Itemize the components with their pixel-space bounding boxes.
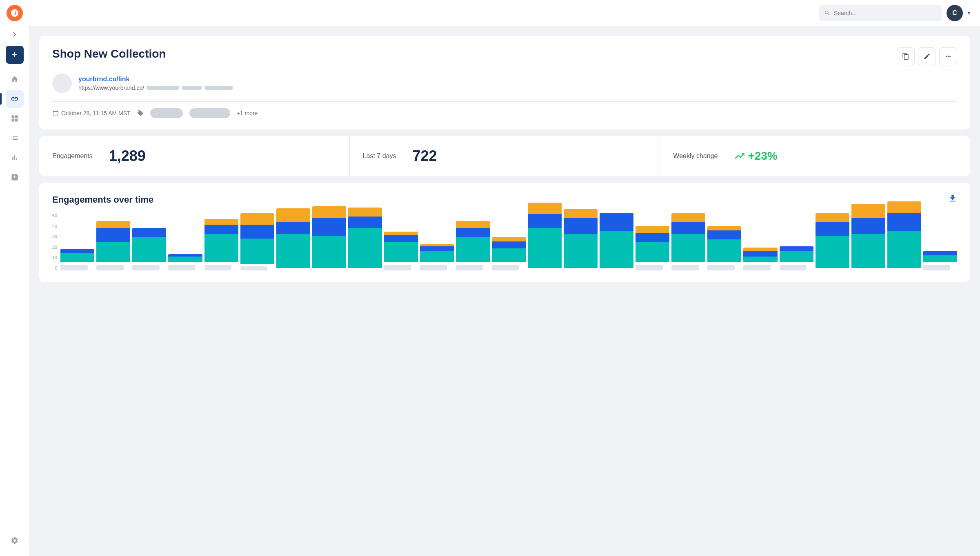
meta-row: October 28, 11:15 AM MST +1 more [52, 108, 957, 118]
copy-button[interactable] [897, 47, 915, 65]
bar-x-label [636, 265, 662, 270]
sidebar-bottom [6, 531, 24, 556]
tag-pill-1[interactable] [150, 108, 183, 118]
sidebar-item-links[interactable] [6, 90, 24, 108]
sidebar-item-settings[interactable] [6, 531, 24, 549]
link-detail-card: Shop New Collection [39, 36, 970, 130]
bar-segment-teal [60, 253, 94, 262]
bar-x-label [240, 266, 267, 270]
user-menu-chevron[interactable]: ▾ [968, 10, 970, 16]
bar-group [707, 213, 741, 270]
bar-segment-orange [312, 206, 346, 218]
chart-area: 50 40 30 20 10 0 [52, 213, 957, 270]
divider [52, 101, 957, 102]
link-icon [11, 95, 19, 103]
tags-more-label[interactable]: +1 more [237, 110, 258, 116]
sidebar-item-campaigns[interactable] [6, 168, 24, 186]
bar-segment-teal [456, 237, 490, 262]
download-button[interactable] [948, 194, 957, 205]
download-icon [948, 194, 957, 203]
bars-container [60, 213, 957, 270]
bar-x-label [492, 265, 519, 270]
user-avatar[interactable]: C [947, 5, 963, 21]
weekly-change-label: Weekly change [673, 152, 718, 160]
app-logo[interactable] [0, 0, 29, 26]
list-icon [11, 134, 19, 142]
chart-icon [11, 154, 19, 162]
chart-title: Engagements over time [52, 194, 153, 205]
search-input[interactable] [834, 10, 937, 16]
full-url-row: https://www.yourbrand.co/ [78, 85, 233, 91]
bar-x-label [420, 265, 447, 270]
calendar-icon [52, 110, 59, 116]
redacted-segment-3 [204, 86, 233, 90]
y-label-0: 0 [52, 266, 57, 270]
home-icon [11, 75, 19, 83]
bar-group [816, 213, 849, 270]
bar-segment-teal [528, 228, 562, 268]
bar-segment-blue [132, 228, 166, 237]
sidebar: + [0, 0, 29, 556]
engagements-label: Engagements [52, 152, 93, 160]
bar-segment-teal [743, 257, 777, 262]
box-icon [11, 173, 19, 181]
bar-group [564, 213, 598, 270]
change-percent: +23% [748, 150, 777, 163]
bar-segment-teal [132, 237, 166, 262]
bar-segment-blue [528, 214, 562, 228]
sidebar-item-grid[interactable] [6, 109, 24, 127]
bar-segment-blue [636, 233, 669, 242]
bar-x-label [168, 265, 195, 270]
bar-segment-teal [204, 234, 238, 262]
search-bar[interactable] [819, 5, 942, 21]
add-new-button[interactable]: + [6, 46, 24, 64]
tag-pill-2[interactable] [189, 108, 230, 118]
y-label-40: 40 [52, 224, 57, 229]
bar-segment-teal [780, 251, 813, 262]
bar-segment-teal [384, 242, 418, 262]
bar-segment-orange [348, 208, 382, 217]
bar-group [348, 213, 382, 270]
stat-weekly-change: Weekly change +23% [660, 136, 970, 176]
bar-segment-blue [564, 218, 598, 234]
engagements-value: 1,289 [109, 147, 146, 165]
bar-segment-blue [600, 213, 633, 231]
bar-segment-orange [528, 203, 562, 214]
last7days-value: 722 [413, 147, 437, 165]
bar-segment-blue [312, 218, 346, 236]
bar-segment-teal [564, 234, 598, 268]
bar-x-label [671, 265, 698, 270]
bar-group [600, 213, 633, 270]
link-details: yourbrnd.co/link https://www.yourbrand.c… [78, 76, 233, 91]
sidebar-item-list[interactable] [6, 129, 24, 147]
sidebar-item-home[interactable] [6, 70, 24, 88]
trend-up-icon [734, 150, 745, 162]
bar-segment-orange [240, 213, 274, 225]
chart-header: Engagements over time [52, 194, 957, 205]
redacted-segment-1 [147, 86, 179, 90]
sidebar-expand-button[interactable] [0, 26, 29, 42]
bar-segment-teal [420, 251, 454, 262]
bar-segment-teal [96, 242, 130, 262]
edit-button[interactable] [918, 47, 936, 65]
stats-row: Engagements 1,289 Last 7 days 722 Weekly… [39, 136, 970, 176]
sidebar-item-analytics[interactable] [6, 149, 24, 167]
bar-segment-teal [671, 234, 705, 262]
copy-icon [902, 53, 909, 60]
sidebar-nav [6, 67, 24, 531]
y-label-20: 20 [52, 245, 57, 250]
bar-group [923, 213, 957, 270]
bar-x-label [923, 265, 950, 270]
bar-segment-blue [204, 225, 238, 234]
more-icon [944, 53, 952, 60]
short-url[interactable]: yourbrnd.co/link [78, 76, 233, 83]
y-label-10: 10 [52, 255, 57, 260]
bar-x-label [204, 265, 231, 270]
bar-segment-blue [276, 222, 310, 234]
bar-segment-orange [636, 226, 669, 233]
bar-group [204, 213, 238, 270]
bar-segment-orange [384, 232, 418, 235]
tag-icon [137, 110, 144, 116]
more-button[interactable] [939, 47, 957, 65]
bar-segment-blue [240, 225, 274, 239]
